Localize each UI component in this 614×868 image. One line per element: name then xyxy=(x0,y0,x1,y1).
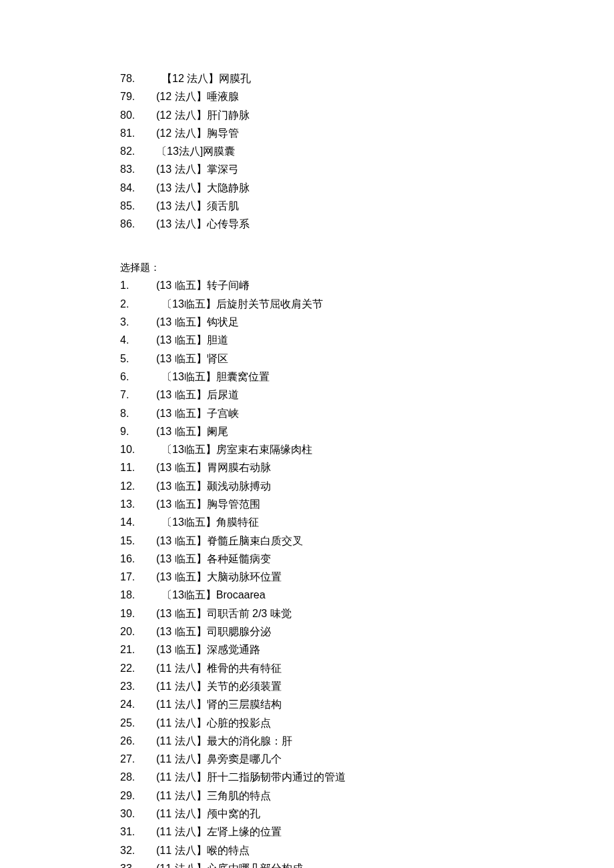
item-text: 心底由哪几部分构成 xyxy=(207,861,614,868)
item-number: 30. xyxy=(120,806,156,823)
item-number: 1. xyxy=(120,278,156,294)
item-tag: (13 临五】 xyxy=(156,424,207,440)
item-number: 4. xyxy=(120,332,156,349)
item-text: 胃网膜右动脉 xyxy=(207,460,614,476)
item-text: 胸导管范围 xyxy=(207,496,614,513)
item-number: 22. xyxy=(120,661,156,677)
bottom-list: 1.(13 临五】转子间嵴2.〔13临五】后旋肘关节屈收肩关节3.(13 临五】… xyxy=(120,278,614,868)
item-number: 18. xyxy=(120,587,156,604)
item-number: 12. xyxy=(120,478,156,495)
item-text: 最大的消化腺：肝 xyxy=(207,733,614,750)
list-item: 14.〔13临五】角膜特征 xyxy=(120,514,614,531)
item-text: 胸导管 xyxy=(207,125,614,142)
list-item: 13.(13 临五】胸导管范围 xyxy=(120,496,614,513)
list-item: 85.(13 法八】须舌肌 xyxy=(120,198,614,215)
list-item: 11.(13 临五】胃网膜右动脉 xyxy=(120,460,614,476)
item-tag: (11 法八】 xyxy=(156,788,207,805)
list-item: 19.(13 临五】司职舌前 2/3 味觉 xyxy=(120,606,614,622)
item-text: 胆囊窝位置 xyxy=(216,369,614,386)
item-text: 肾的三层膜结构 xyxy=(207,697,614,713)
list-item: 33.(11 法八】心底由哪几部分构成 xyxy=(120,861,614,868)
item-number: 11. xyxy=(120,460,156,476)
item-number: 9. xyxy=(120,424,156,440)
item-tag: (13 临五】 xyxy=(156,496,207,513)
item-text: 司职腮腺分泌 xyxy=(207,624,614,640)
list-item: 6.〔13临五】胆囊窝位置 xyxy=(120,369,614,386)
item-text: 后尿道 xyxy=(207,387,614,404)
item-text: 唾液腺 xyxy=(207,89,614,105)
list-item: 16.(13 临五】各种延髓病变 xyxy=(120,551,614,568)
list-item: 17.(13 临五】大脑动脉环位置 xyxy=(120,569,614,586)
item-number: 5. xyxy=(120,351,156,368)
item-number: 24. xyxy=(120,697,156,713)
list-item: 20.(13 临五】司职腮腺分泌 xyxy=(120,624,614,640)
list-item: 2.〔13临五】后旋肘关节屈收肩关节 xyxy=(120,296,614,313)
item-tag: (13 临五】 xyxy=(156,278,207,294)
item-tag: (12 法八】 xyxy=(156,89,207,105)
list-item: 24.(11 法八】肾的三层膜结构 xyxy=(120,697,614,713)
item-tag: (11 法八】 xyxy=(156,769,207,786)
item-tag: 【12 法八】 xyxy=(156,71,219,87)
item-tag: (11 法八】 xyxy=(156,843,207,859)
item-tag: (13 法八】 xyxy=(156,161,207,178)
item-tag: 〔13临五】 xyxy=(156,369,216,386)
item-tag: (13 临五】 xyxy=(156,460,207,476)
item-number: 15. xyxy=(120,533,156,550)
item-number: 81. xyxy=(120,125,156,142)
section-title: 选择题： xyxy=(120,260,614,275)
item-number: 26. xyxy=(120,733,156,750)
list-item: 27.(11 法八】鼻旁窦是哪几个 xyxy=(120,751,614,768)
item-number: 27. xyxy=(120,751,156,768)
list-item: 25.(11 法八】心脏的投影点 xyxy=(120,715,614,732)
item-text: 大脑动脉环位置 xyxy=(207,569,614,586)
list-item: 79.(12 法八】唾液腺 xyxy=(120,89,614,105)
item-tag: (13 临五】 xyxy=(156,387,207,404)
item-text: 后旋肘关节屈收肩关节 xyxy=(216,296,614,313)
item-text: 肝门静脉 xyxy=(207,107,614,124)
item-number: 31. xyxy=(120,824,156,841)
item-number: 84. xyxy=(120,180,156,197)
list-item: 81.(12 法八】胸导管 xyxy=(120,125,614,142)
item-tag: (11 法八】 xyxy=(156,715,207,732)
item-text: 大隐静脉 xyxy=(207,180,614,197)
item-number: 21. xyxy=(120,642,156,659)
list-item: 7.(13 临五】后尿道 xyxy=(120,387,614,404)
item-tag: (13 法八】 xyxy=(156,180,207,197)
item-text: 须舌肌 xyxy=(207,198,614,215)
item-tag: (13 临五】 xyxy=(156,351,207,368)
list-item: 83.(13 法八】掌深弓 xyxy=(120,161,614,178)
list-item: 31.(11 法八】左肾上缘的位置 xyxy=(120,824,614,841)
item-tag: (13 临五】 xyxy=(156,478,207,495)
item-text: 肝十二指肠韧带内通过的管道 xyxy=(207,769,614,786)
item-tag: (11 法八】 xyxy=(156,733,207,750)
item-tag: (11 法八】 xyxy=(156,806,207,823)
item-number: 28. xyxy=(120,769,156,786)
list-item: 21.(13 临五】深感觉通路 xyxy=(120,642,614,659)
list-item: 82.〔13法八]网膜囊 xyxy=(120,143,614,160)
item-number: 85. xyxy=(120,198,156,215)
item-text: 脊髓丘脑束白质交叉 xyxy=(207,533,614,550)
item-tag: 〔13临五】 xyxy=(156,296,216,313)
item-number: 17. xyxy=(120,569,156,586)
list-item: 1.(13 临五】转子间嵴 xyxy=(120,278,614,294)
list-item: 4.(13 临五】胆道 xyxy=(120,332,614,349)
list-item: 18.〔13临五】Brocaarea xyxy=(120,587,614,604)
item-number: 20. xyxy=(120,624,156,640)
item-tag: 〔13法八] xyxy=(156,143,203,160)
item-text: 钩状足 xyxy=(207,314,614,331)
item-tag: (13 临五】 xyxy=(156,569,207,586)
list-item: 22.(11 法八】椎骨的共有特征 xyxy=(120,661,614,677)
item-number: 83. xyxy=(120,161,156,178)
item-text: 房室束右束隔缘肉柱 xyxy=(216,442,614,458)
item-text: 关节的必须装置 xyxy=(207,679,614,695)
item-tag: (13 临五】 xyxy=(156,406,207,422)
list-item: 78.【12 法八】网膜孔 xyxy=(120,71,614,87)
list-item: 30.(11 法八】颅中窝的孔 xyxy=(120,806,614,823)
item-tag: 〔13临五】 xyxy=(156,587,216,604)
item-tag: (13 临五】 xyxy=(156,624,207,640)
item-tag: (12 法八】 xyxy=(156,107,207,124)
item-number: 3. xyxy=(120,314,156,331)
item-number: 6. xyxy=(120,369,156,386)
item-number: 29. xyxy=(120,788,156,805)
list-item: 5.(13 临五】肾区 xyxy=(120,351,614,368)
